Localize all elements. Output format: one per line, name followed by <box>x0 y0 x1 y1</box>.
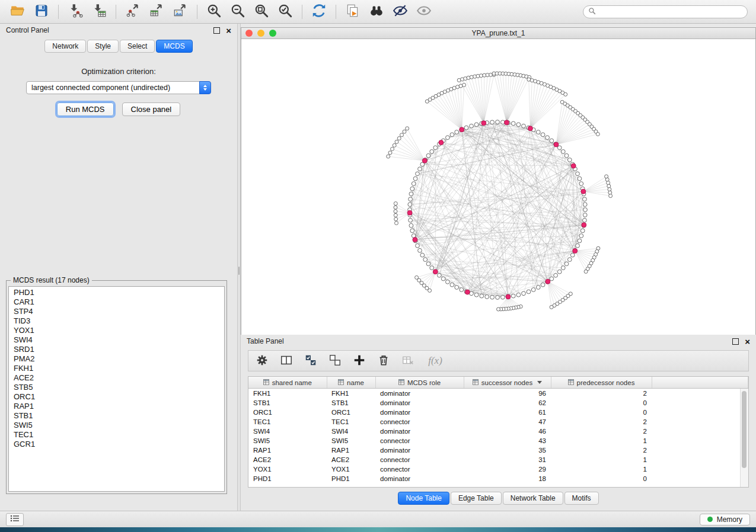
scrollbar-thumb[interactable] <box>742 391 747 468</box>
network-dominator-node[interactable] <box>528 126 532 131</box>
hide-selected-button[interactable] <box>388 2 412 21</box>
network-node[interactable] <box>410 187 414 191</box>
window-close-icon[interactable] <box>245 30 253 37</box>
tab-select[interactable]: Select <box>120 40 155 53</box>
cell-shared-name[interactable]: PHD1 <box>248 474 327 483</box>
cell-shared-name[interactable]: RAP1 <box>248 446 327 455</box>
network-leaf-node[interactable] <box>550 305 553 309</box>
column-header-successor-nodes[interactable]: successor nodes <box>464 377 551 389</box>
cell-name[interactable]: PHD1 <box>327 474 375 483</box>
network-dominator-node[interactable] <box>582 223 586 227</box>
network-node[interactable] <box>409 197 413 201</box>
column-header-shared-name[interactable]: shared name <box>248 377 327 389</box>
mcds-result-item[interactable]: PMA2 <box>9 354 224 364</box>
network-dominator-node[interactable] <box>546 279 550 284</box>
mcds-result-item[interactable]: FKH1 <box>9 364 224 373</box>
network-leaf-node[interactable] <box>497 307 500 311</box>
network-node[interactable] <box>522 124 526 128</box>
run-mcds-button[interactable]: Run MCDS <box>57 102 114 116</box>
network-node[interactable] <box>474 293 479 297</box>
cell-MCDS-role[interactable]: connector <box>375 464 464 474</box>
cell-name[interactable]: SWI5 <box>327 436 375 446</box>
network-node[interactable] <box>490 120 495 124</box>
network-node[interactable] <box>541 133 545 137</box>
network-dominator-node[interactable] <box>573 249 578 254</box>
cell-predecessor-nodes[interactable]: 1 <box>551 455 652 464</box>
network-node[interactable] <box>583 213 587 217</box>
tab-motifs[interactable]: Motifs <box>564 492 599 505</box>
network-node[interactable] <box>410 229 414 233</box>
network-node[interactable] <box>485 295 489 299</box>
network-node[interactable] <box>496 120 500 124</box>
network-leaf-node[interactable] <box>395 140 398 143</box>
network-node[interactable] <box>413 177 417 181</box>
network-node[interactable] <box>446 136 450 140</box>
cell-MCDS-role[interactable]: dominator <box>375 446 464 455</box>
network-dominator-node[interactable] <box>422 158 427 163</box>
network-node[interactable] <box>583 197 587 201</box>
table-row[interactable]: ORC1ORC1dominator610 <box>248 408 748 417</box>
refresh-button[interactable] <box>307 2 331 21</box>
sort-chevron-icon[interactable] <box>537 381 542 384</box>
network-node[interactable] <box>561 150 565 154</box>
network-dominator-node[interactable] <box>554 142 559 147</box>
cell-successor-nodes[interactable]: 31 <box>464 455 551 464</box>
table-row[interactable]: TEC1TEC1connector472 <box>248 417 748 427</box>
network-node[interactable] <box>576 243 580 248</box>
column-header-name[interactable]: name <box>327 377 375 389</box>
mcds-result-item[interactable]: STP4 <box>9 307 224 316</box>
cell-successor-nodes[interactable]: 96 <box>464 389 551 399</box>
network-node[interactable] <box>430 150 434 154</box>
cell-name[interactable]: RAP1 <box>327 446 375 455</box>
network-dominator-node[interactable] <box>481 121 486 126</box>
network-node[interactable] <box>430 266 434 270</box>
cell-shared-name[interactable]: ACE2 <box>248 455 327 464</box>
cell-name[interactable]: TEC1 <box>327 417 375 427</box>
cell-name[interactable]: FKH1 <box>327 389 375 399</box>
network-node[interactable] <box>409 223 413 227</box>
cell-name[interactable]: SWI4 <box>327 427 375 436</box>
network-leaf-node[interactable] <box>607 181 610 185</box>
table-row[interactable]: YOX1YOX1connector291 <box>248 464 748 474</box>
network-node[interactable] <box>527 290 531 294</box>
cell-successor-nodes[interactable]: 62 <box>464 398 551 408</box>
network-node[interactable] <box>426 262 430 266</box>
network-leaf-node[interactable] <box>394 217 398 221</box>
select-all-button[interactable] <box>303 353 318 368</box>
search-input[interactable] <box>599 7 742 17</box>
mcds-result-item[interactable]: SWI5 <box>9 421 224 430</box>
network-node[interactable] <box>450 133 454 137</box>
network-node[interactable] <box>450 283 454 287</box>
network-dominator-node[interactable] <box>413 238 417 242</box>
network-node[interactable] <box>522 291 526 296</box>
delete-column-button[interactable] <box>376 353 391 368</box>
cell-successor-nodes[interactable]: 47 <box>464 417 551 427</box>
network-node[interactable] <box>567 158 572 162</box>
network-node[interactable] <box>583 208 588 212</box>
cell-predecessor-nodes[interactable]: 2 <box>551 417 652 427</box>
network-node[interactable] <box>579 182 583 186</box>
cell-MCDS-role[interactable]: dominator <box>375 474 464 483</box>
network-leaf-node[interactable] <box>406 127 409 130</box>
show-all-button[interactable] <box>412 2 436 21</box>
network-node[interactable] <box>418 167 422 171</box>
float-panel-icon[interactable] <box>213 27 220 34</box>
network-node[interactable] <box>418 248 422 252</box>
network-node[interactable] <box>480 294 484 298</box>
mcds-result-item[interactable]: TEC1 <box>9 430 224 440</box>
zoom-fit-button[interactable] <box>250 2 273 21</box>
network-node[interactable] <box>416 243 420 248</box>
tab-network-table[interactable]: Network Table <box>503 492 563 505</box>
network-node[interactable] <box>460 288 464 292</box>
network-node[interactable] <box>409 192 413 196</box>
export-image-button[interactable] <box>168 2 192 21</box>
window-minimize-icon[interactable] <box>257 30 264 37</box>
mcds-result-item[interactable]: STB5 <box>9 383 224 392</box>
network-node[interactable] <box>564 153 569 158</box>
close-table-panel-icon[interactable]: × <box>745 337 750 346</box>
cell-shared-name[interactable]: STB1 <box>248 398 327 408</box>
cell-shared-name[interactable]: YOX1 <box>248 464 327 474</box>
cell-successor-nodes[interactable]: 61 <box>464 408 551 417</box>
network-leaf-node[interactable] <box>395 222 398 225</box>
network-node[interactable] <box>490 295 495 299</box>
